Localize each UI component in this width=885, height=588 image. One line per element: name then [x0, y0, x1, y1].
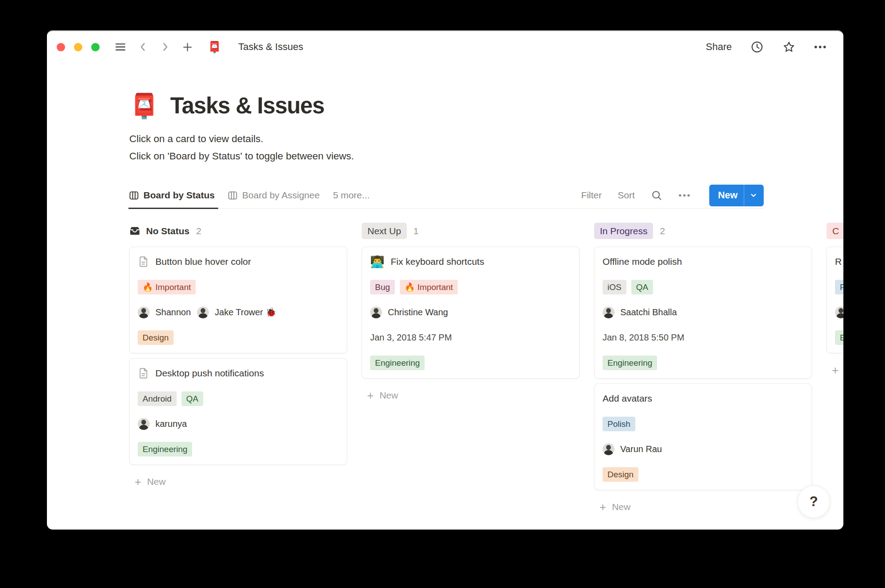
app-window: 📮 Tasks & Issues Share ••• 📮 Tasks & Iss… [47, 30, 843, 530]
card-row-tags: Engineering [370, 355, 571, 370]
person-name: karunya [155, 419, 187, 429]
tab-board-by-assignee[interactable]: Board by Assignee [228, 182, 320, 209]
sort-button[interactable]: Sort [618, 190, 635, 201]
card-row-people: Varun Rau [603, 441, 804, 456]
tag: Engineering [138, 442, 192, 456]
person: Varun Rau [603, 443, 662, 455]
board-card[interactable]: 👨‍💻Fix keyboard shortcutsBug🔥 ImportantC… [362, 247, 580, 379]
card-row-tags: P [835, 279, 843, 294]
card-row-tags: Engineering [603, 355, 804, 370]
tag: 🔥 Important [138, 280, 196, 294]
column-header[interactable]: No Status2 [129, 223, 201, 239]
new-card-label: New [612, 502, 630, 512]
tag: Engineering [370, 356, 425, 370]
filter-button[interactable]: Filter [581, 190, 602, 201]
card-emoji-icon: 👨‍💻 [370, 255, 384, 268]
tab-board-by-status[interactable]: Board by Status [129, 182, 215, 209]
column-new-card-button[interactable]: +New [362, 390, 398, 401]
column-header[interactable]: In Progress2 [594, 223, 665, 239]
card-row-date: Jan 3, 2018 5:47 PM [370, 330, 571, 345]
tab-label: 5 more... [333, 190, 370, 201]
new-button-label[interactable]: New [709, 185, 744, 206]
person [835, 306, 843, 318]
card-row-people: Christine Wang [370, 305, 571, 320]
card-row-tags: E [835, 330, 843, 345]
card-row-tags: Engineering [138, 441, 339, 456]
card-title: Add avatars [603, 393, 652, 404]
zoom-window-button[interactable] [91, 43, 100, 51]
share-button[interactable]: Share [706, 41, 732, 53]
new-card-label: New [147, 476, 166, 487]
close-window-button[interactable] [57, 43, 65, 51]
new-button-chevron-down-icon[interactable] [744, 185, 764, 206]
card-row-people [835, 305, 843, 320]
page-description: Click on a card to view details. Click o… [129, 130, 354, 165]
board-column: In Progress2Offline mode polishiOSQASaat… [594, 223, 812, 513]
new-button[interactable]: New [709, 185, 764, 206]
back-icon[interactable] [137, 41, 149, 53]
card-row-tags: Bug🔥 Important [370, 279, 571, 294]
column-new-card-button[interactable]: +New [827, 364, 843, 376]
column-header[interactable]: C [827, 223, 843, 239]
card-row-people: Saatchi Bhalla [603, 305, 804, 320]
view-more-options-icon[interactable]: ••• [679, 190, 692, 200]
favorite-star-icon[interactable] [782, 40, 796, 54]
avatar [603, 443, 614, 455]
tag: QA [631, 280, 653, 294]
tag: E [835, 330, 843, 345]
card-row-tags: Polish [603, 416, 804, 431]
card-title-row: 👨‍💻Fix keyboard shortcuts [370, 254, 571, 269]
search-icon[interactable] [651, 190, 663, 201]
card-row-tags: AndroidQA [138, 391, 339, 406]
help-button[interactable]: ? [797, 485, 830, 518]
minimize-window-button[interactable] [74, 43, 82, 51]
more-options-icon[interactable]: ••• [814, 42, 827, 52]
board-card[interactable]: Desktop push notificationsAndroidQAkarun… [129, 358, 347, 465]
column-count: 1 [414, 226, 419, 236]
person-name: Jake Trower 🐞 [215, 307, 276, 317]
updates-clock-icon[interactable] [750, 40, 764, 54]
person: Saatchi Bhalla [603, 306, 677, 318]
board-card[interactable]: Offline mode polishiOSQASaatchi BhallaJa… [594, 247, 812, 379]
column-header[interactable]: Next Up1 [362, 223, 419, 239]
person: Christine Wang [370, 306, 448, 318]
board-card[interactable]: Add avatarsPolishVarun RauDesign [594, 383, 812, 490]
avatar [138, 306, 150, 318]
titlebar: 📮 Tasks & Issues Share ••• [47, 31, 843, 63]
avatar [370, 306, 382, 318]
column-new-card-button[interactable]: +New [129, 476, 166, 487]
card-row-tags: iOSQA [603, 279, 804, 294]
forward-icon[interactable] [159, 41, 171, 53]
card-title-row: Offline mode polish [603, 254, 804, 269]
tab-more-views[interactable]: 5 more... [333, 182, 370, 209]
column-title-pill: C [827, 223, 843, 239]
board-card[interactable]: RPE [827, 247, 843, 353]
card-title-row: R [835, 254, 843, 269]
card-row-tags: Design [138, 330, 339, 345]
card-row-date: Jan 8, 2018 5:50 PM [603, 330, 804, 345]
tab-label: Board by Status [143, 190, 215, 201]
card-row-tags: 🔥 Important [138, 279, 339, 294]
page-emoji-icon[interactable]: 📮 [129, 92, 159, 120]
sidebar-menu-icon[interactable] [114, 41, 127, 53]
tag: Android [138, 391, 177, 406]
page-title: Tasks & Issues [170, 92, 324, 120]
tag: 🔥 Important [400, 280, 458, 294]
card-title: Button blue hover color [155, 256, 251, 267]
new-page-icon[interactable] [182, 41, 193, 53]
board-card[interactable]: Button blue hover color🔥 ImportantShanno… [129, 247, 347, 353]
board-column: No Status2Button blue hover color🔥 Impor… [129, 223, 347, 487]
column-count: 2 [196, 226, 201, 236]
column-title-pill: In Progress [594, 223, 653, 239]
person-name: Christine Wang [388, 307, 448, 317]
inbox-icon [129, 225, 140, 236]
tag: Engineering [603, 356, 657, 370]
card-row-people: ShannonJake Trower 🐞 [138, 305, 339, 320]
person-name: Shannon [155, 307, 191, 317]
plus-icon: + [599, 501, 606, 513]
board-column: Next Up1👨‍💻Fix keyboard shortcutsBug🔥 Im… [362, 223, 580, 401]
avatar [138, 418, 150, 430]
column-new-card-button[interactable]: +New [594, 501, 630, 513]
person-name: Varun Rau [620, 444, 662, 454]
card-title: R [835, 256, 842, 267]
